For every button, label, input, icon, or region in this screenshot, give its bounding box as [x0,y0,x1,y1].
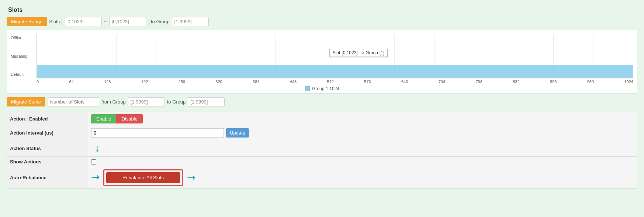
action-enabled-label: Action : Enabled [7,112,88,126]
action-interval-cell: Update [88,126,637,140]
left-arrow-indicator: ↙ [88,170,103,185]
chart-legend: Group-1:1024 [11,86,633,91]
chart-tooltip: Slot-[0,1023] --> Group-[1] [329,49,388,57]
chart-y-labels: Offline Migrating Default [11,34,37,84]
show-actions-row: Show Actions [7,157,637,167]
to-group-input-some[interactable] [188,97,225,106]
x-label: 384 [253,79,259,84]
x-label: 512 [327,79,334,84]
interval-input[interactable] [91,128,224,138]
num-slots-input[interactable] [48,97,99,106]
chart-x-labels: 0 64 128 192 256 320 384 448 512 576 640… [37,79,633,84]
rebalance-button[interactable]: Rebalance All Slots [106,172,180,183]
x-label: 448 [290,79,297,84]
x-label: 64 [69,79,74,84]
action-status-row: Action Status ↓ [7,140,637,157]
migrate-range-button[interactable]: Migrate Range [7,17,47,26]
x-label: 704 [439,79,445,84]
right-arrow-indicator: ↘ [184,170,198,185]
disable-button[interactable]: Disable [116,114,142,123]
from-group-label: from Group [101,99,126,105]
from-group-input[interactable] [128,97,165,106]
rebalance-border-wrapper: Rebalance All Slots [103,169,183,186]
page-container: Slots Migrate Range Slots-[ ~ ] to Group… [4,4,640,191]
legend-color-swatch [305,86,310,91]
action-status-arrow: ↓ [95,142,100,154]
update-button[interactable]: Update [226,128,249,138]
migrate-range-row: Migrate Range Slots-[ ~ ] to Group [7,17,637,26]
x-label: 128 [104,79,111,84]
to-group-label: ] to Group [148,19,170,24]
x-label: 320 [215,79,222,84]
enable-disable-group: Enable Disable [91,114,634,123]
x-label: 576 [364,79,371,84]
y-label-offline: Offline [11,35,37,40]
legend-label: Group-1:1024 [312,86,339,91]
x-label: 0 [37,79,39,84]
x-label: 896 [550,79,557,84]
x-label: 640 [401,79,408,84]
range-end-input[interactable] [109,17,146,26]
x-label: 256 [179,79,185,84]
chart-bar-default [37,65,633,78]
to-group-input[interactable] [172,17,209,26]
x-label: 192 [141,79,148,84]
to-group-label-some: to Group [167,99,186,105]
page-title: Slots [7,7,637,13]
controls-table: Action : Enabled Enable Disable Action I… [7,112,637,189]
chart-bars: Slot-[0,1023] --> Group-[1] [37,34,633,78]
action-interval-label: Action Interval (us) [7,126,88,140]
auto-rebalance-row: Auto-Rebalance ↙ Rebalance All Slots ↘ [7,167,637,189]
range-start-input[interactable] [65,17,102,26]
show-actions-group [91,159,634,165]
chart-area: Offline Migrating Default [7,30,637,94]
action-status-cell: ↓ [88,140,637,157]
action-enabled-row: Action : Enabled Enable Disable [7,112,637,126]
action-enabled-cell: Enable Disable [88,112,637,126]
show-actions-checkbox[interactable] [91,159,96,165]
chart-inner: Slot-[0,1023] --> Group-[1] 0 64 128 192… [37,34,633,84]
x-label: 768 [475,79,482,84]
y-label-default: Default [11,72,37,77]
rebalance-cell-content: ↙ Rebalance All Slots ↘ [91,169,634,186]
interval-input-group: Update [91,128,634,138]
action-status-label: Action Status [7,140,88,157]
show-actions-cell [88,157,637,167]
x-label: 832 [513,79,519,84]
enable-button[interactable]: Enable [91,114,116,123]
range-separator: ~ [104,19,107,24]
auto-rebalance-label: Auto-Rebalance [7,167,88,189]
y-label-migrating: Migrating [11,54,37,58]
x-label: 960 [587,79,594,84]
migrate-some-button[interactable]: Migrate Some [7,97,45,106]
slots-prefix: Slots-[ [49,19,63,24]
show-actions-label: Show Actions [7,157,88,167]
x-label: 1024 [624,79,633,84]
migrate-some-row: Migrate Some from Group to Group [7,97,637,106]
action-interval-row: Action Interval (us) Update [7,126,637,140]
auto-rebalance-cell: ↙ Rebalance All Slots ↘ [88,167,637,189]
